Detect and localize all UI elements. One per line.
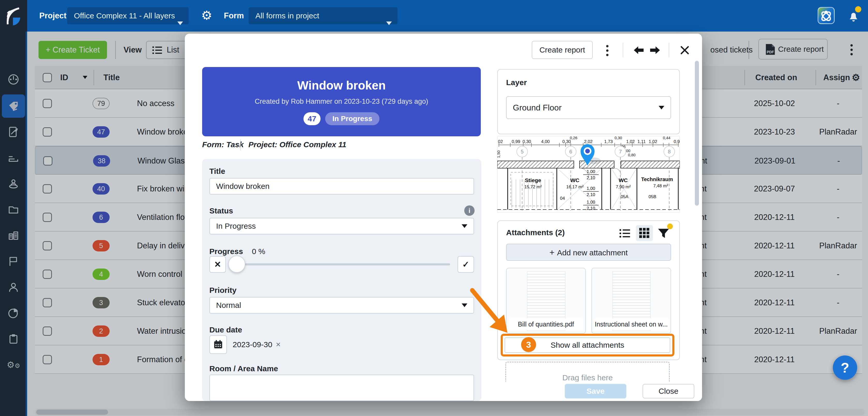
progress-clear-button[interactable]: ✕ xyxy=(209,256,226,273)
plan-dim: 2,02 xyxy=(584,139,592,144)
status-field-label: Status xyxy=(209,206,233,215)
attachment-thumbnail[interactable]: Bill of quantities.pdf xyxy=(506,268,586,334)
modal-more-menu-kebab-icon[interactable] xyxy=(606,43,609,58)
planradar-app: Project Office Complex 11 - All layers ⚙… xyxy=(0,0,868,416)
status-select[interactable]: In Progress xyxy=(209,218,474,234)
attachment-filename: Instructional sheet on w... xyxy=(594,318,669,330)
grid-view-icon xyxy=(639,228,650,238)
progress-slider-knob[interactable] xyxy=(228,256,245,273)
floor-plan-preview[interactable]: 02 0,99 0,30 4,00 0,30 2,02 1,73 1,02 1,… xyxy=(497,136,680,213)
priority-select[interactable]: Normal xyxy=(209,297,474,314)
ticket-created-subtitle: Created by Rob Hammer on 2023-10-23 (729… xyxy=(202,97,481,106)
attachments-title: Attachments (2) xyxy=(506,228,565,237)
calendar-icon xyxy=(213,339,223,349)
modal-header-divider xyxy=(669,43,669,57)
plan-dim: 1,73 xyxy=(604,139,613,144)
status-select-value: In Progress xyxy=(216,222,256,230)
drag-files-label: Drag files here xyxy=(506,373,669,382)
add-attachment-label: Add new attachment xyxy=(557,248,628,257)
previous-ticket-arrow-icon[interactable] xyxy=(633,45,645,55)
room-area: 7,48 m² xyxy=(653,183,668,188)
info-icon[interactable]: i xyxy=(464,205,474,216)
save-button[interactable]: Save xyxy=(565,384,626,398)
form-select-value: All forms in project xyxy=(255,11,319,20)
attachments-grid-view-active[interactable] xyxy=(636,225,653,241)
chevron-down-icon xyxy=(462,303,467,307)
notification-dot xyxy=(855,6,861,12)
grid-bubble: 8 xyxy=(668,149,671,154)
next-ticket-arrow-icon[interactable] xyxy=(649,45,661,55)
top-bar: Project Office Complex 11 - All layers ⚙… xyxy=(0,0,868,32)
due-date-clear-icon[interactable]: × xyxy=(276,335,281,354)
due-date-value: 2023-09-30 xyxy=(232,335,272,354)
door-dim: 1,00 xyxy=(587,186,595,191)
close-icon[interactable] xyxy=(680,45,690,55)
plan-dim: 0,9 xyxy=(674,139,680,144)
plan-dim: 1,02 xyxy=(649,139,657,144)
layer-label: Layer xyxy=(506,78,527,87)
ticket-header-card: Window broken Created by Rob Hammer on 2… xyxy=(202,67,481,136)
priority-field-label: Priority xyxy=(209,286,237,295)
room-input[interactable] xyxy=(209,375,474,401)
progress-value: 0 % xyxy=(252,247,265,256)
plan-dim: 1,02 xyxy=(626,139,634,144)
calendar-picker-button[interactable] xyxy=(209,335,227,354)
chevron-down-icon xyxy=(462,224,467,228)
grid-bubble: 7 xyxy=(619,149,622,154)
priority-select-value: Normal xyxy=(216,301,241,309)
progress-slider-track[interactable] xyxy=(236,263,450,265)
layer-select[interactable]: Ground Floor xyxy=(506,96,671,119)
room-area: 15,72 m² xyxy=(524,184,541,189)
plan-dim: 0,99 xyxy=(512,139,520,144)
annotation-step-badge: 3 xyxy=(521,337,536,352)
ticket-status-pill: In Progress xyxy=(325,112,379,125)
title-input[interactable] xyxy=(209,178,474,195)
project-label: Project xyxy=(39,0,66,32)
attachment-thumbnail[interactable]: Instructional sheet on w... xyxy=(591,268,671,334)
chevron-down-icon xyxy=(386,22,392,25)
project-select[interactable]: Office Complex 11 - All layers xyxy=(67,7,189,24)
filter-active-dot xyxy=(667,224,673,229)
ticket-id-pill: 47 xyxy=(304,112,320,125)
modal-create-report-button[interactable]: Create report xyxy=(532,41,593,59)
modal-footer: Save Close xyxy=(490,382,702,401)
progress-label-text: Progress xyxy=(209,247,243,256)
meta-divider xyxy=(240,139,241,151)
close-button[interactable]: Close xyxy=(643,384,694,398)
apps-tile-icon[interactable] xyxy=(817,7,835,24)
form-label: Form xyxy=(224,0,244,32)
apps-glyph-icon xyxy=(818,8,834,23)
plan-code: 05A xyxy=(621,194,629,199)
door-dim: 1,00 xyxy=(587,169,595,174)
room-area: 16,17 m² xyxy=(566,184,583,189)
attachments-filter-icon[interactable] xyxy=(658,227,670,240)
ticket-project-meta: Project: Office Complex 11 xyxy=(248,140,346,149)
grid-bubble: 5 xyxy=(521,149,523,154)
plan-code: 05B xyxy=(649,194,656,199)
ticket-title-heading: Window broken xyxy=(202,67,481,92)
room-area: 7,90 m² xyxy=(616,184,631,189)
door-dim: 2,10 xyxy=(587,206,595,211)
plan-code: 04 xyxy=(560,196,565,201)
planradar-logo-icon xyxy=(4,5,22,26)
plan-dim: 0,30 xyxy=(522,139,531,144)
modal-scrollbar-thumb[interactable] xyxy=(695,61,699,206)
project-settings-gear-icon[interactable]: ⚙ xyxy=(201,9,212,22)
plus-icon: + xyxy=(550,247,557,257)
title-field-label: Title xyxy=(209,167,225,176)
room-name: Stiege xyxy=(525,177,541,183)
plan-dim-small: 0,30 xyxy=(614,136,622,140)
add-new-attachment-button[interactable]: + Add new attachment xyxy=(506,244,671,261)
door-dim: 2,10 xyxy=(587,192,595,197)
plan-dim: 4,00 xyxy=(541,139,550,144)
help-button[interactable]: ? xyxy=(833,355,857,380)
ticket-detail-modal: Create report Window broken Created by R… xyxy=(185,34,702,401)
room-name: Technikraum xyxy=(641,176,673,182)
form-select[interactable]: All forms in project xyxy=(249,7,398,24)
plan-dim-small: 0,26 xyxy=(570,136,577,140)
logo-block[interactable] xyxy=(0,0,27,32)
due-date-field-label: Due date xyxy=(209,325,242,334)
attachments-list-view-icon[interactable] xyxy=(619,228,631,239)
progress-confirm-button[interactable]: ✓ xyxy=(458,256,474,273)
progress-field-label: Progress 0 % xyxy=(209,247,265,256)
